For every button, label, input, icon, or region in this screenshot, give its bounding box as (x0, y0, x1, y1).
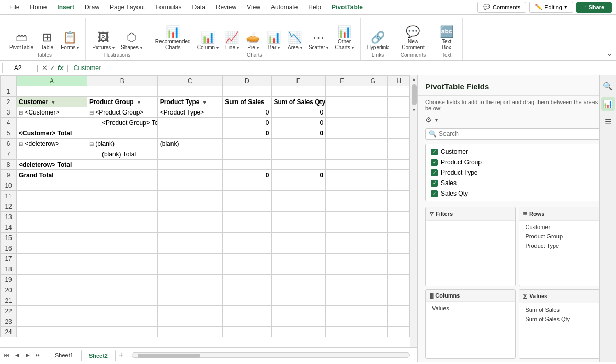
menu-automate[interactable]: Automate (266, 2, 303, 13)
cell-c6[interactable]: (blank) (157, 139, 222, 149)
cell-e9[interactable]: 0 (271, 170, 326, 180)
cell-g5[interactable] (358, 128, 388, 139)
cell-b3[interactable]: ⊟ <Product Group> (87, 107, 157, 118)
cell-a4[interactable] (17, 118, 87, 128)
cell-a1[interactable] (17, 86, 87, 97)
cell-c9[interactable] (157, 170, 222, 180)
cell-c7[interactable] (157, 149, 222, 160)
list-sidebar-icon[interactable]: ☰ (601, 115, 615, 129)
product-type-checkbox[interactable]: ✓ (431, 169, 438, 176)
cell-a7[interactable] (17, 149, 87, 160)
cell-e3[interactable]: 0 (271, 107, 326, 118)
cell-d8[interactable] (223, 160, 271, 170)
cell-a3[interactable]: ⊟ <Customer> (17, 107, 87, 118)
scroll-down-button[interactable]: ▼ (412, 107, 417, 113)
cell-h1[interactable] (388, 86, 410, 97)
cell-h3[interactable] (388, 107, 410, 118)
cell-g2[interactable] (358, 97, 388, 107)
menu-pagelayout[interactable]: Page Layout (105, 2, 150, 13)
cell-e5[interactable]: 0 (271, 128, 326, 139)
cell-a2[interactable]: Customer ▼ (17, 97, 87, 107)
scroll-up-button[interactable]: ▲ (412, 76, 417, 82)
cell-g8[interactable] (358, 160, 388, 170)
col-header-a[interactable]: A (17, 76, 87, 86)
sheet-nav-last[interactable]: ⏭ (33, 350, 43, 360)
cell-f9[interactable] (326, 170, 358, 180)
menu-draw[interactable]: Draw (79, 2, 105, 13)
cell-h7[interactable] (388, 149, 410, 160)
cell-b8[interactable] (87, 160, 157, 170)
comments-button[interactable]: 💬 Comments (477, 2, 526, 13)
cell-b7[interactable]: (blank) Total (87, 149, 157, 160)
cell-reference-input[interactable] (2, 63, 33, 73)
cell-c8[interactable] (157, 160, 222, 170)
forms-button[interactable]: 📋 Forms ▾ (59, 31, 81, 51)
formula-cancel-icon[interactable]: ✕ (42, 64, 48, 72)
cell-b2[interactable]: Product Group ▼ (87, 97, 157, 107)
shapes-button[interactable]: ⬡ Shapes ▾ (119, 31, 144, 51)
cell-a6[interactable]: ⊟ <deleterow> (17, 139, 87, 149)
pivottable-sidebar-icon[interactable]: 📊 (601, 97, 615, 111)
pivot-field-sales[interactable]: ✓ Sales (426, 178, 608, 188)
menu-formulas[interactable]: Formulas (150, 2, 187, 13)
cell-e2[interactable]: Sum of Sales Qty (271, 97, 326, 107)
cell-b1[interactable] (87, 86, 157, 97)
menu-pivottable[interactable]: PivotTable (326, 2, 368, 13)
cell-a8[interactable]: <deleterow> Total (17, 160, 87, 170)
col-header-f[interactable]: F (326, 76, 358, 86)
bar-chart-button[interactable]: 📊 Bar ▾ (265, 31, 283, 51)
share-button[interactable]: ↑ Share (576, 2, 612, 13)
cell-b6[interactable]: ⊟ (blank) (87, 139, 157, 149)
menu-view[interactable]: View (242, 2, 266, 13)
cell-a5[interactable]: <Customer> Total (17, 128, 87, 139)
customer-checkbox[interactable]: ✓ (431, 149, 438, 155)
pivottable-button[interactable]: 🗃 PivotTable (7, 31, 36, 51)
cell-a9[interactable]: Grand Total (17, 170, 87, 180)
cell-e1[interactable] (271, 86, 326, 97)
rows-item-product-type[interactable]: Product Type (523, 242, 604, 250)
values-item-sum-sales-qty[interactable]: Sum of Sales Qty (523, 315, 604, 323)
sheet-tab-sheet2[interactable]: Sheet2 (81, 350, 116, 361)
cell-d9[interactable]: 0 (223, 170, 271, 180)
cell-e4[interactable]: 0 (271, 118, 326, 128)
col-header-b[interactable]: B (87, 76, 157, 86)
formula-confirm-icon[interactable]: ✓ (50, 64, 55, 72)
sheet-nav-next[interactable]: ▶ (23, 350, 32, 360)
pivot-field-sales-qty[interactable]: ✓ Sales Qty (426, 188, 608, 199)
other-charts-button[interactable]: 📊 OtherCharts ▾ (333, 25, 356, 51)
cell-g7[interactable] (358, 149, 388, 160)
col-header-d[interactable]: D (223, 76, 271, 86)
cell-c2[interactable]: Product Type ▼ (157, 97, 222, 107)
new-comment-button[interactable]: 💬 NewComment (400, 25, 426, 51)
editing-button[interactable]: ✏️ Editing ▾ (529, 2, 573, 13)
sheet-nav-prev[interactable]: ◀ (13, 350, 22, 360)
table-button[interactable]: ⊞ Table (38, 31, 56, 51)
horizontal-scroll-thumb[interactable] (138, 354, 200, 358)
menu-file[interactable]: File (4, 2, 25, 13)
add-sheet-button[interactable]: + (116, 350, 127, 360)
cell-h8[interactable] (388, 160, 410, 170)
settings-gear-icon[interactable]: ⚙ (425, 116, 432, 124)
cell-g9[interactable] (358, 170, 388, 180)
cell-h9[interactable] (388, 170, 410, 180)
recommended-charts-button[interactable]: 📊 RecommendedCharts (153, 25, 193, 51)
columns-item-values[interactable]: Values (430, 304, 511, 312)
pivot-field-product-type[interactable]: ✓ Product Type (426, 167, 608, 178)
cell-c5[interactable] (157, 128, 222, 139)
cell-f8[interactable] (326, 160, 358, 170)
vertical-scrollbar[interactable]: ▲ ▼ (410, 75, 417, 347)
sheet-nav-first[interactable]: ⏮ (2, 350, 12, 360)
cell-e6[interactable] (271, 139, 326, 149)
cell-g6[interactable] (358, 139, 388, 149)
cell-g4[interactable] (358, 118, 388, 128)
cell-b5[interactable] (87, 128, 157, 139)
sales-checkbox[interactable]: ✓ (431, 180, 438, 187)
cell-c4[interactable] (157, 118, 222, 128)
settings-chevron-icon[interactable]: ▾ (435, 117, 438, 123)
values-item-sum-sales[interactable]: Sum of Sales (523, 305, 604, 314)
menu-insert[interactable]: Insert (52, 2, 79, 13)
pivot-field-product-group[interactable]: ✓ Product Group (426, 157, 608, 167)
product-group-checkbox[interactable]: ✓ (431, 159, 438, 166)
cell-e7[interactable] (271, 149, 326, 160)
search-sidebar-icon[interactable]: 🔍 (601, 79, 615, 93)
